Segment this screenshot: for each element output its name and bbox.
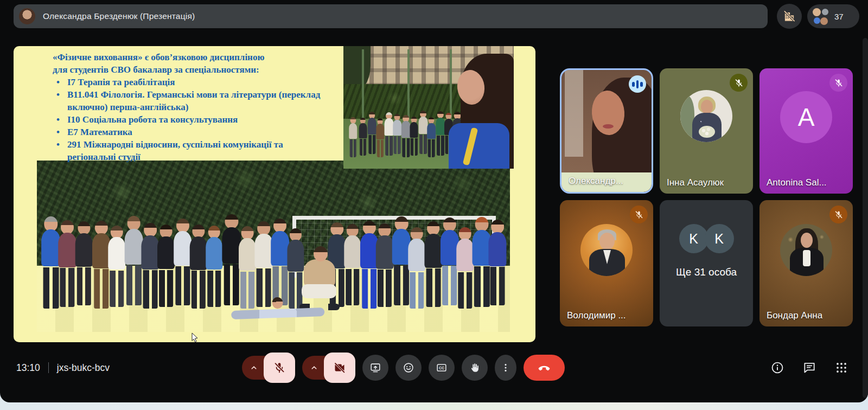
selfie-photo <box>343 46 514 169</box>
slide-text-block: «Фізичне виховання» є обов’язковою дисци… <box>53 51 325 163</box>
mic-control-group <box>242 353 295 383</box>
chat-button[interactable] <box>802 361 816 375</box>
participant-avatars-cluster <box>812 8 829 25</box>
smiley-icon <box>403 362 414 374</box>
presentation-slide: «Фізичне виховання» є обов’язковою дисци… <box>14 46 535 342</box>
tile-video-speaking[interactable]: Олександр... <box>560 68 653 194</box>
audio-activity-icon <box>629 75 646 93</box>
presenter-pill[interactable]: Олександра Брезденюк (Презентація) <box>14 4 768 28</box>
participant-name: Володимир ... <box>567 310 626 321</box>
participant-name: Інна Асаулюк <box>667 177 724 188</box>
scrollbar[interactable] <box>863 38 868 398</box>
tile-volodymyr[interactable]: Володимир ... <box>560 200 653 326</box>
slide-bullet: І10 Соціальна робота та консультування <box>53 113 325 126</box>
present-screen-button[interactable] <box>362 355 388 381</box>
avatar-initial: K <box>679 224 709 253</box>
selfie-taker <box>453 54 514 169</box>
meeting-meta: 13:10 jxs-bukc-bcv <box>16 343 110 393</box>
presenter-avatar <box>19 8 35 24</box>
meta-divider <box>48 362 49 373</box>
svg-text:CC: CC <box>439 366 444 370</box>
avatar <box>580 224 633 276</box>
grid-icon <box>834 361 848 375</box>
slide-title-line: для студентів СВО бакалавр за спеціально… <box>53 63 325 76</box>
slide-bullet: 291 Міжнародні відносини, суспільні кому… <box>53 138 325 163</box>
raise-hand-button[interactable] <box>462 355 488 381</box>
present-screen-icon <box>369 362 381 374</box>
mic-muted-icon <box>630 206 648 223</box>
tile-antonina[interactable]: A Antonina Sal... <box>760 68 853 194</box>
participant-name: Antonina Sal... <box>767 177 827 188</box>
mic-off-icon <box>273 361 286 374</box>
avatar <box>780 224 832 276</box>
raised-hand-icon <box>469 362 481 374</box>
group-photo <box>37 161 510 332</box>
participants-grid: Олександр... Інна Асаулюк A Antonina Sal… <box>560 68 853 326</box>
end-call-button[interactable] <box>524 355 565 381</box>
splits-person <box>231 300 324 319</box>
presenter-title: Олександра Брезденюк (Презентація) <box>43 11 195 21</box>
slide-title-line: «Фізичне виховання» є обов’язковою дисци… <box>53 51 325 63</box>
meeting-details-button[interactable] <box>770 361 784 375</box>
avatar <box>680 90 732 142</box>
overflow-count-label: Ще 31 особа <box>660 266 753 278</box>
chevron-up-icon <box>309 363 319 373</box>
camera-off-icon <box>333 361 346 374</box>
participant-count: 37 <box>834 12 844 21</box>
meeting-info-controls <box>770 343 848 393</box>
participant-name: Олександр... <box>569 176 623 187</box>
camera-off-button[interactable] <box>324 353 355 383</box>
slide-bullet: В11.041 Філологія. Германські мови та лі… <box>53 88 325 113</box>
activities-grid-button[interactable] <box>834 361 848 375</box>
building-slash-icon <box>782 9 796 23</box>
overflow-avatars: K K <box>660 224 753 253</box>
meet-window: Олександра Брезденюк (Презентація) 37 «Ф… <box>0 0 868 402</box>
slide-bullet: Е7 Математика <box>53 126 325 138</box>
mouse-cursor <box>191 332 200 342</box>
tile-inna[interactable]: Інна Асаулюк <box>660 68 753 194</box>
avatar-initial: K <box>705 224 734 253</box>
more-options-button[interactable] <box>495 355 516 381</box>
captions-icon: CC <box>436 362 448 374</box>
chat-icon <box>802 361 816 375</box>
tile-overflow[interactable]: K K Ще 31 особа <box>660 200 753 326</box>
participant-name: Бондар Анна <box>767 310 822 321</box>
mic-muted-icon <box>829 74 847 92</box>
avatar-initial: A <box>798 102 815 132</box>
initial-avatar: A <box>780 91 832 143</box>
chevron-up-icon <box>249 363 259 373</box>
slide-bullet: І7 Терапія та реабілітація <box>53 76 325 88</box>
reactions-button[interactable] <box>395 355 422 381</box>
captions-button[interactable]: CC <box>429 355 455 381</box>
tile-bondar[interactable]: Бондар Анна <box>760 200 853 326</box>
participants-count-button[interactable]: 37 <box>807 4 859 28</box>
camera-control-group <box>302 353 355 383</box>
mic-muted-icon <box>829 206 847 223</box>
end-call-icon <box>537 360 552 375</box>
mic-mute-button[interactable] <box>264 353 295 383</box>
meeting-code: jxs-bukc-bcv <box>57 362 110 374</box>
more-vertical-icon <box>500 362 511 373</box>
clock-time: 13:10 <box>16 362 40 374</box>
mic-muted-icon <box>730 74 748 92</box>
companion-mode-button[interactable] <box>777 4 802 29</box>
info-icon <box>770 361 784 375</box>
call-controls: CC <box>242 353 565 383</box>
